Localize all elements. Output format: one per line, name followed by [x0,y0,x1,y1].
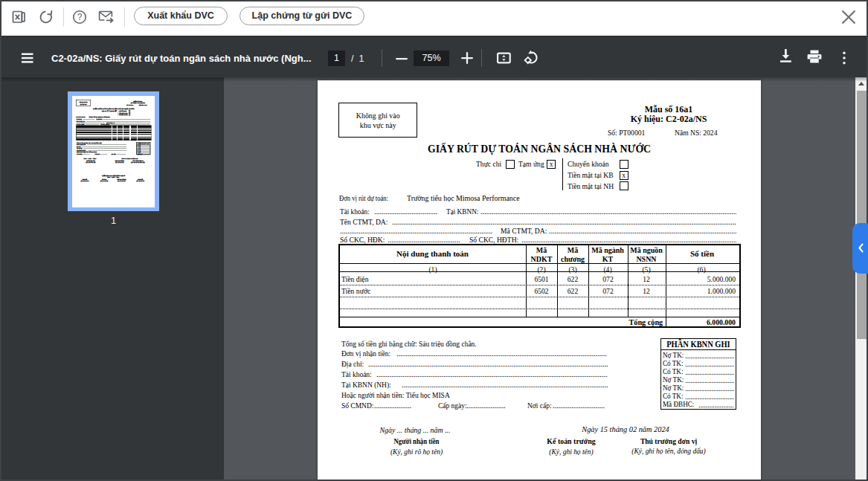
svg-text:?: ? [77,12,83,22]
